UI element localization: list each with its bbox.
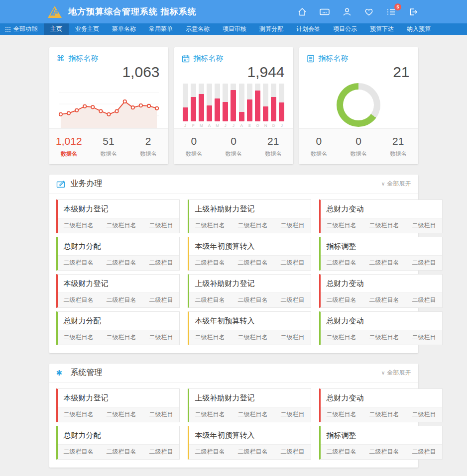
biz-sublink[interactable]: 二级栏目名 xyxy=(327,296,356,304)
biz-card[interactable]: 总财力变动二级栏目名二级栏目名二级栏目 xyxy=(319,388,443,422)
biz-card[interactable]: 上级补助财力登记二级栏目名二级栏目名二级栏目 xyxy=(188,274,311,308)
nav-item-2[interactable]: 业务主页 xyxy=(69,23,106,35)
biz-sublink[interactable]: 二级栏目名 xyxy=(238,410,268,419)
biz-sublink[interactable]: 二级栏目 xyxy=(281,221,305,230)
biz-card-title[interactable]: 总财力变动 xyxy=(321,312,442,330)
home-icon[interactable] xyxy=(297,7,307,17)
nav-item-6[interactable]: 项目审核 xyxy=(216,23,253,35)
biz-sublink[interactable]: 二级栏目名 xyxy=(369,296,399,304)
biz-card[interactable]: 总财力分配二级栏目名二级栏目名二级栏目 xyxy=(56,237,180,271)
biz-card-title[interactable]: 总财力分配 xyxy=(58,312,179,330)
keypad-icon[interactable] xyxy=(319,7,330,17)
biz-sublink[interactable]: 二级栏目名 xyxy=(195,221,225,230)
biz-card-title[interactable]: 上级补助财力登记 xyxy=(189,389,311,407)
nav-item-11[interactable]: 纳入预算 xyxy=(400,23,437,35)
biz-sublink[interactable]: 二级栏目名 xyxy=(195,410,225,419)
nav-item-0[interactable]: 全部功能 xyxy=(0,23,44,35)
nav-item-4[interactable]: 常用菜单 xyxy=(142,23,179,35)
biz-sublink[interactable]: 二级栏目名 xyxy=(107,410,136,419)
user-icon[interactable] xyxy=(342,7,352,17)
heart-icon[interactable] xyxy=(364,7,374,17)
biz-sublink[interactable]: 二级栏目 xyxy=(412,448,436,456)
biz-sublink[interactable]: 二级栏目名 xyxy=(369,333,399,342)
biz-sublink[interactable]: 二级栏目 xyxy=(149,410,173,419)
biz-sublink[interactable]: 二级栏目名 xyxy=(327,221,356,230)
biz-card-title[interactable]: 本级财力登记 xyxy=(58,389,179,407)
biz-card-title[interactable]: 本级年初预算转入 xyxy=(189,426,311,444)
biz-card[interactable]: 本级财力登记二级栏目名二级栏目名二级栏目 xyxy=(56,199,180,233)
biz-sublink[interactable]: 二级栏目名 xyxy=(107,221,136,230)
biz-card[interactable]: 本级财力登记二级栏目名二级栏目名二级栏目 xyxy=(56,388,180,422)
biz-card-title[interactable]: 总财力变动 xyxy=(321,389,442,407)
expand-all-toggle[interactable]: ∨全部展开 xyxy=(381,369,411,377)
biz-card[interactable]: 上级补助财力登记二级栏目名二级栏目名二级栏目 xyxy=(188,388,311,422)
biz-card[interactable]: 本级年初预算转入二级栏目名二级栏目名二级栏目 xyxy=(188,237,311,271)
biz-card-title[interactable]: 指标调整 xyxy=(321,237,442,255)
biz-sublink[interactable]: 二级栏目 xyxy=(412,410,436,419)
biz-sublink[interactable]: 二级栏目名 xyxy=(369,221,399,230)
biz-sublink[interactable]: 二级栏目 xyxy=(281,296,305,304)
biz-sublink[interactable]: 二级栏目名 xyxy=(238,448,268,456)
biz-card-title[interactable]: 上级补助财力登记 xyxy=(189,200,311,218)
biz-sublink[interactable]: 二级栏目名 xyxy=(369,259,399,267)
biz-card[interactable]: 总财力分配二级栏目名二级栏目名二级栏目 xyxy=(56,311,180,345)
biz-sublink[interactable]: 二级栏目名 xyxy=(238,333,268,342)
biz-sublink[interactable]: 二级栏目 xyxy=(412,259,436,267)
biz-card-title[interactable]: 指标调整 xyxy=(321,426,442,444)
biz-sublink[interactable]: 二级栏目名 xyxy=(369,448,399,456)
biz-sublink[interactable]: 二级栏目名 xyxy=(64,333,94,342)
biz-sublink[interactable]: 二级栏目名 xyxy=(238,221,268,230)
biz-sublink[interactable]: 二级栏目名 xyxy=(195,333,225,342)
biz-card[interactable]: 指标调整二级栏目名二级栏目名二级栏目 xyxy=(319,426,443,460)
biz-card[interactable]: 总财力变动二级栏目名二级栏目名二级栏目 xyxy=(319,199,443,233)
biz-sublink[interactable]: 二级栏目 xyxy=(281,410,305,419)
nav-item-10[interactable]: 预算下达 xyxy=(363,23,400,35)
biz-card[interactable]: 指标调整二级栏目名二级栏目名二级栏目 xyxy=(319,237,443,271)
biz-sublink[interactable]: 二级栏目名 xyxy=(107,296,136,304)
biz-sublink[interactable]: 二级栏目名 xyxy=(64,259,94,267)
biz-sublink[interactable]: 二级栏目名 xyxy=(64,221,94,230)
expand-all-toggle[interactable]: ∨全部展开 xyxy=(381,180,411,188)
biz-card-title[interactable]: 总财力变动 xyxy=(321,275,442,292)
biz-card[interactable]: 总财力分配二级栏目名二级栏目名二级栏目 xyxy=(56,426,180,460)
nav-item-7[interactable]: 测算分配 xyxy=(253,23,290,35)
biz-sublink[interactable]: 二级栏目名 xyxy=(64,410,94,419)
biz-sublink[interactable]: 二级栏目 xyxy=(412,296,436,304)
nav-item-9[interactable]: 项目公示 xyxy=(327,23,363,35)
biz-card[interactable]: 本级年初预算转入二级栏目名二级栏目名二级栏目 xyxy=(188,426,311,460)
nav-item-5[interactable]: 示意名称 xyxy=(179,23,216,35)
biz-card-title[interactable]: 本级年初预算转入 xyxy=(189,312,311,330)
biz-sublink[interactable]: 二级栏目 xyxy=(281,448,305,456)
biz-card-title[interactable]: 本级年初预算转入 xyxy=(189,237,311,255)
biz-sublink[interactable]: 二级栏目名 xyxy=(327,259,356,267)
biz-sublink[interactable]: 二级栏目名 xyxy=(369,410,399,419)
biz-sublink[interactable]: 二级栏目名 xyxy=(327,448,356,456)
biz-sublink[interactable]: 二级栏目 xyxy=(412,333,436,342)
biz-sublink[interactable]: 二级栏目名 xyxy=(195,448,225,456)
biz-card[interactable]: 总财力变动二级栏目名二级栏目名二级栏目 xyxy=(319,274,443,308)
logout-icon[interactable] xyxy=(408,7,418,17)
biz-card-title[interactable]: 本级财力登记 xyxy=(58,200,179,218)
biz-sublink[interactable]: 二级栏目名 xyxy=(327,410,356,419)
biz-card[interactable]: 本级财力登记二级栏目名二级栏目名二级栏目 xyxy=(56,274,180,308)
todo-list-icon[interactable]: 5 xyxy=(386,7,396,17)
biz-sublink[interactable]: 二级栏目名 xyxy=(195,259,225,267)
biz-sublink[interactable]: 二级栏目 xyxy=(281,333,305,342)
biz-sublink[interactable]: 二级栏目 xyxy=(149,221,173,230)
biz-sublink[interactable]: 二级栏目名 xyxy=(64,296,94,304)
biz-sublink[interactable]: 二级栏目名 xyxy=(238,259,268,267)
biz-sublink[interactable]: 二级栏目名 xyxy=(107,333,136,342)
biz-card[interactable]: 上级补助财力登记二级栏目名二级栏目名二级栏目 xyxy=(188,199,311,233)
nav-item-3[interactable]: 菜单名称 xyxy=(106,23,142,35)
biz-sublink[interactable]: 二级栏目名 xyxy=(327,333,356,342)
biz-card-title[interactable]: 总财力分配 xyxy=(58,237,179,255)
biz-card[interactable]: 总财力变动二级栏目名二级栏目名二级栏目 xyxy=(319,311,443,345)
biz-sublink[interactable]: 二级栏目名 xyxy=(107,259,136,267)
biz-sublink[interactable]: 二级栏目 xyxy=(149,259,173,267)
biz-card-title[interactable]: 上级补助财力登记 xyxy=(189,275,311,292)
biz-sublink[interactable]: 二级栏目名 xyxy=(107,448,136,456)
biz-sublink[interactable]: 二级栏目名 xyxy=(238,296,268,304)
biz-sublink[interactable]: 二级栏目名 xyxy=(195,296,225,304)
biz-sublink[interactable]: 二级栏目 xyxy=(149,333,173,342)
biz-sublink[interactable]: 二级栏目 xyxy=(281,259,305,267)
